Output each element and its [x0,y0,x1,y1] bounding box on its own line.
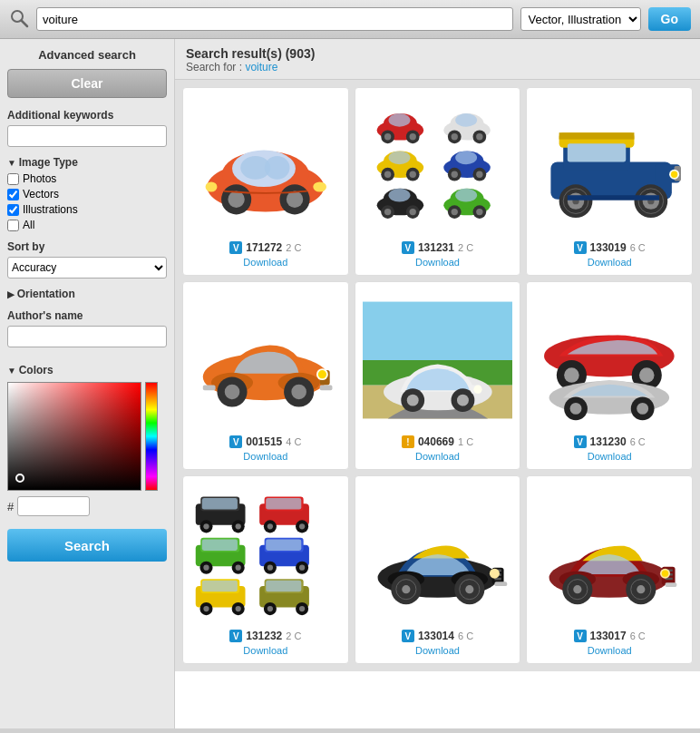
card-3-id: 133019 [590,241,627,254]
svg-point-31 [384,171,391,177]
sort-label: Sort by [7,240,167,253]
card-image-3[interactable] [534,95,685,236]
image-type-section: Image Type Photos Vectors Illustrations … [7,156,167,231]
card-7-download[interactable]: Download [243,645,287,656]
type-select[interactable]: Vector, Illustration Photos All [520,7,641,31]
sidebar: Advanced search Clear Additional keyword… [0,39,175,728]
card-image-4[interactable] [190,289,341,430]
search-button[interactable]: Search [7,529,167,562]
colors-header[interactable]: Colors [7,364,167,376]
image-type-header[interactable]: Image Type [7,156,167,169]
card-7-credits: 2 C [286,630,301,641]
sort-select[interactable]: Accuracy Newest Popular [7,257,167,279]
svg-point-130 [267,564,273,570]
svg-point-24 [451,133,457,140]
orientation-section: Orientation [7,288,167,300]
card-4-download[interactable]: Download [243,451,287,462]
photos-checkbox[interactable] [7,173,19,185]
sidebar-title: Advanced search [7,48,167,62]
result-card-2: V 131231 2 C Download [355,87,521,276]
main-layout: Advanced search Clear Additional keyword… [0,39,700,728]
svg-rect-107 [202,498,238,510]
svg-point-109 [203,523,209,529]
card-6-id: 131230 [590,435,627,448]
illustrations-checkbox[interactable] [7,204,19,216]
card-4-badge: V [229,435,242,448]
svg-point-111 [236,523,241,529]
keywords-input[interactable] [7,125,167,147]
svg-rect-121 [202,539,238,551]
author-input[interactable] [7,326,167,347]
card-3-meta: V 133019 6 C [574,241,646,254]
card-image-2[interactable] [363,95,513,236]
checkbox-vectors[interactable]: Vectors [7,188,167,200]
card-1-id: 171272 [246,241,282,254]
svg-point-171 [574,585,582,593]
checkbox-all[interactable]: All [7,219,167,231]
svg-point-6 [265,155,290,179]
result-card-8: V 133014 6 C Download [355,475,521,664]
card-5-download[interactable]: Download [415,451,460,462]
card-1-download[interactable]: Download [243,257,287,268]
svg-point-50 [455,188,477,201]
svg-point-104 [637,402,649,414]
hex-input[interactable] [17,496,90,516]
svg-point-54 [476,208,482,214]
svg-point-118 [299,523,305,529]
author-section: Author's name [7,309,167,355]
card-image-1[interactable] [190,95,341,236]
all-label: All [23,219,34,231]
clear-button[interactable]: Clear [7,69,167,98]
top-search-bar: Vector, Illustration Photos All Go [0,0,700,39]
card-image-6[interactable] [534,289,685,430]
result-card-5: ! 040669 1 C Download [355,281,521,470]
author-label: Author's name [7,309,167,322]
card-6-download[interactable]: Download [588,451,632,462]
color-picker-handle[interactable] [15,474,24,483]
search-magnifier-icon [9,8,29,31]
svg-point-177 [662,570,668,576]
svg-rect-59 [568,143,626,161]
vectors-checkbox[interactable] [7,189,19,200]
color-hue-bar[interactable] [145,382,158,491]
results-grid: V 171272 2 C Download [175,80,700,671]
card-2-credits: 2 C [458,242,473,253]
card-8-download[interactable]: Download [415,645,460,656]
card-3-credits: 6 C [630,242,646,253]
card-image-8[interactable] [363,484,513,624]
card-2-id: 131231 [418,241,454,254]
color-picker-area [7,382,167,491]
top-search-input[interactable] [36,7,513,31]
card-9-badge: V [574,630,587,642]
svg-point-26 [476,133,482,140]
svg-point-10 [287,191,303,207]
checkbox-photos[interactable]: Photos [7,172,167,185]
card-6-meta: V 131230 6 C [574,435,646,448]
results-subtitle: Search for : voiture [186,61,689,73]
subtitle-query[interactable]: voiture [245,61,277,73]
svg-point-84 [318,370,326,378]
svg-rect-81 [203,385,216,390]
svg-rect-114 [266,498,301,510]
card-2-download[interactable]: Download [415,257,460,268]
svg-point-45 [384,208,391,214]
svg-point-38 [451,171,457,177]
svg-point-161 [490,568,500,578]
card-6-badge: V [574,435,587,448]
card-image-7[interactable] [190,484,341,624]
color-gradient-box[interactable] [7,382,141,491]
svg-point-159 [465,585,473,593]
card-3-download[interactable]: Download [588,257,632,268]
result-card-1: V 171272 2 C Download [182,87,349,276]
all-checkbox[interactable] [7,220,19,231]
orientation-header[interactable]: Orientation [7,288,167,300]
card-9-download[interactable]: Download [588,645,632,656]
card-2-badge: V [402,241,414,254]
checkbox-illustrations[interactable]: Illustrations [7,203,167,216]
card-image-5[interactable] [363,289,513,430]
card-7-id: 131232 [246,630,282,642]
card-6-credits: 6 C [630,436,646,447]
go-button[interactable]: Go [648,7,691,31]
card-8-id: 133014 [418,630,454,642]
card-image-9[interactable] [534,484,685,624]
